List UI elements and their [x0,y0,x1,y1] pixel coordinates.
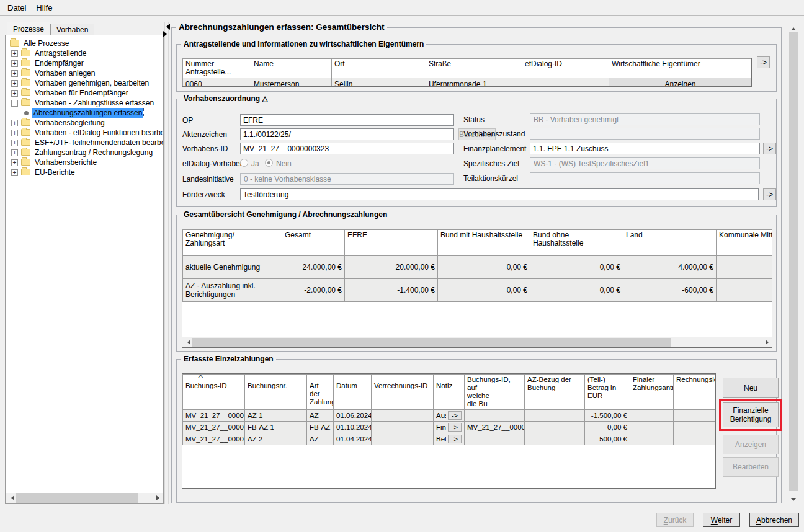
scroll-down-icon[interactable] [788,494,798,504]
weiter-button[interactable]: Weiter [703,513,740,527]
expand-plus-icon[interactable]: + [11,60,18,67]
spezifisches-ziel-select[interactable]: WS-1 - (WS) TestSpezifischesZiel1 [530,157,760,169]
tree-item-vorhabensbegleitung[interactable]: + Vorhabensbegleitung [6,118,163,128]
aktenzeichen-field[interactable]: 1.1./00122/25/ [240,128,454,140]
cell-betrag[interactable]: -500,00 € [585,433,630,445]
expand-plus-icon[interactable]: + [11,70,18,77]
gesamt-horizontal-scrollbar[interactable] [182,337,772,347]
cell-strasse[interactable]: Uferpromonade 1 [426,78,522,87]
cell-verrechnung[interactable] [372,410,434,422]
cell-notiz[interactable]: Bele-> [434,433,465,445]
col-buchungs-id-bezug[interactable]: Buchungs-ID, auf welche die Bu [465,375,525,410]
bearbeiten-button[interactable]: Bearbeiten [723,457,779,477]
tree-item-vorhabensberichte[interactable]: + Vorhabensberichte [6,157,163,167]
scroll-right-icon[interactable] [153,493,163,503]
cell-datum[interactable]: 01.04.2024 [334,433,372,445]
landesinitiative-select[interactable]: 0 - keine Vorhabensklasse [240,173,454,185]
col-efre[interactable]: EFRE [345,230,438,256]
cell-bezug-id[interactable]: MV_21_27__000000 [465,422,525,433]
expand-plus-icon[interactable]: + [11,50,18,57]
col-land[interactable]: Land [623,230,717,256]
cell-buchungsnr[interactable]: AZ 1 [245,410,307,422]
status-select[interactable]: BB - Vorhaben genehmigt [530,113,760,125]
cell-buchungs-id[interactable]: MV_21_27__000000 [183,410,245,422]
expand-plus-icon[interactable]: + [11,130,18,136]
col-efdialog-id[interactable]: efDialog-ID [522,59,609,78]
cell-buchungsnr[interactable]: FB-AZ 1 [245,422,307,433]
teilaktionskuerzel-select[interactable] [530,172,760,184]
main-vertical-scrollbar[interactable] [788,22,798,504]
cell-art[interactable]: AZ [307,433,334,445]
gesamt-scroll-thumb[interactable] [192,338,671,347]
antragstellende-row[interactable]: 0060 Musterperson Sellin Uferpromonade 1… [183,78,752,87]
cell-az-bezug[interactable] [525,433,585,445]
col-strasse[interactable]: Straße [426,59,522,78]
cell-bezug-id[interactable] [465,433,525,445]
cell-rechnung[interactable] [674,410,717,422]
cell-az-bezug[interactable] [525,410,585,422]
col-genehmigung-zahlungsart[interactable]: Genehmigung/ Zahlungsart [183,230,282,256]
cell-buchungs-id[interactable]: MV_21_27__000000 [183,433,245,445]
cell-nummer[interactable]: 0060 [183,78,251,87]
antragstellende-goto-button[interactable]: -> [757,56,770,68]
main-scroll-thumb[interactable] [789,32,798,491]
menu-hilfe[interactable]: Hilfe [31,1,57,14]
tree-item-endempfaenger[interactable]: + Endempfänger [6,58,163,68]
tree-item-vorhaben-anlegen[interactable]: + Vorhaben anlegen [6,68,163,78]
splitter-expand-right-icon[interactable] [163,31,170,37]
col-notiz[interactable]: Notiz [434,375,465,410]
panel-splitter[interactable] [164,22,169,504]
einzelzahlung-row-1[interactable]: MV_21_27__000000 AZ 1 AZ 01.06.2024 Aus-… [183,410,717,422]
cell-buchungsnr[interactable]: AZ 2 [245,433,307,445]
collapse-minus-icon[interactable]: - [11,100,18,107]
cell-rechnung[interactable] [674,433,717,445]
cell-verrechnung[interactable] [372,433,434,445]
cell-bezug-id[interactable] [465,410,525,422]
notiz-open-button[interactable]: -> [448,435,462,443]
menu-datei[interactable]: Datei [2,1,31,14]
cell-buchungs-id[interactable]: MV_21_27__000000 [183,422,245,433]
cell-notiz[interactable]: Fina-> [434,422,465,433]
col-gesamt[interactable]: Gesamt [282,230,345,256]
tree-item-zahlungsantrag[interactable]: + Zahlungsantrag / Rechnungslegung [6,148,163,157]
radio-ja[interactable] [240,159,248,167]
splitter-collapse-left-icon[interactable] [163,24,170,30]
col-bund-mit-haushaltsstelle[interactable]: Bund mit Haushaltsstelle [438,230,530,256]
expand-plus-icon[interactable]: + [11,90,18,97]
expand-plus-icon[interactable]: + [11,169,18,176]
expand-plus-icon[interactable]: + [11,149,18,156]
notiz-open-button[interactable]: -> [448,411,462,420]
tree-horizontal-scrollbar[interactable] [6,493,163,503]
col-art-der-zahlung[interactable]: Art der Zahlung [307,375,334,410]
cell-efdialog-id[interactable] [522,78,609,87]
col-finaler-zahlungsantrag[interactable]: Finaler Zahlungsantra [630,375,674,410]
tab-prozesse[interactable]: Prozesse [7,22,50,35]
expand-plus-icon[interactable]: + [11,80,18,87]
einzelzahlung-row-3[interactable]: MV_21_27__000000 AZ 2 AZ 01.04.2024 Bele… [183,433,717,445]
col-buchungs-id[interactable]: ^Buchungs-ID [183,375,245,410]
cell-rechnung[interactable] [674,422,717,433]
tree-item-esf-jtf-daten[interactable]: + ESF+/JTF-Teilnehmendendaten bearbeiten [6,138,163,148]
cell-final[interactable] [630,433,674,445]
col-teilbetrag[interactable]: (Teil-) Betrag in EUR [585,375,630,410]
cell-final[interactable] [630,410,674,422]
notiz-open-button[interactable]: -> [448,423,462,432]
neu-button[interactable]: Neu [723,378,779,398]
finanzplanelement-goto-button[interactable]: -> [763,143,776,154]
col-name[interactable]: Name [251,59,332,78]
cell-az-bezug[interactable] [525,422,585,433]
col-ort[interactable]: Ort [332,59,426,78]
col-verrechnungs-id[interactable]: Verrechnungs-ID [372,375,434,410]
tree-item-abrechnungszahlungen-selected[interactable]: Abrechnungszahlungen erfassen [6,108,163,118]
tree-item-efdialog-funktionen[interactable]: + Vorhaben - efDialog Funktionen bearbei… [6,128,163,138]
tree-root[interactable]: Alle Prozesse [6,38,163,48]
col-datum[interactable]: Datum [334,375,372,410]
einzelzahlung-row-2[interactable]: MV_21_27__000000 FB-AZ 1 FB-AZ 01.10.202… [183,422,717,433]
foerderzweck-goto-button[interactable]: -> [763,188,776,200]
finanzplanelement-field[interactable]: 1.1. FPE 1.1 Zuschuss [530,143,760,154]
col-wirtschaftliche-eigentuemer[interactable]: Wirtschaftliche Eigentümer [609,59,752,78]
tree-item-zahlungsfluesse[interactable]: - Vorhaben - Zahlungsflüsse erfassen [6,98,163,108]
tab-vorhaben[interactable]: Vorhaben [50,24,94,35]
scroll-left-icon[interactable] [6,493,16,503]
col-rechnungslegung[interactable]: Rechnungsle [674,375,717,410]
